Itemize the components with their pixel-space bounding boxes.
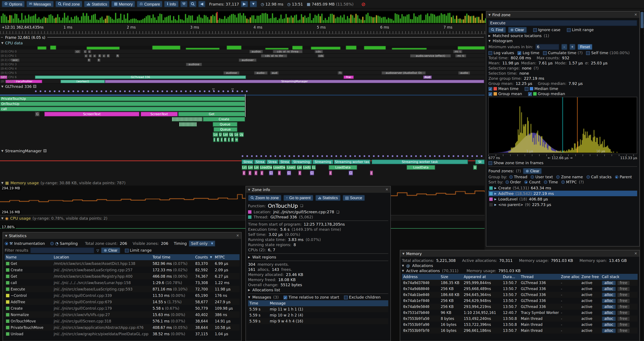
memory-button[interactable]: ▦Memory bbox=[111, 1, 135, 7]
zone-bar[interactable]: Streaming bbox=[291, 160, 312, 164]
message-row[interactable]: 5.59 smip 11 w 1 h 1 (1) bbox=[248, 306, 388, 312]
sample-dot[interactable] bbox=[110, 90, 112, 92]
zone-bar[interactable]: c bbox=[278, 171, 281, 175]
log-values-checkbox[interactable]: Log values bbox=[488, 51, 514, 55]
zoom-to-zone-button[interactable]: Zoom to zone bbox=[248, 195, 281, 201]
allocations-tab[interactable]: ▼@Allocations bbox=[402, 264, 638, 268]
zone-bar[interactable]: LodU bbox=[302, 165, 311, 170]
zone-bar[interactable]: Strea bbox=[242, 160, 254, 164]
messages-section[interactable]: ▼Messages(3) ✓Time relative to zone star… bbox=[248, 295, 388, 299]
zone-bar[interactable]: Strea bbox=[266, 160, 278, 164]
filter-icon[interactable]: ▽ bbox=[96, 248, 99, 252]
zone-bar[interactable]: U bbox=[219, 132, 222, 137]
zone-bar[interactable]: St bbox=[475, 160, 484, 164]
cpu-zone-chip[interactable]: c bbox=[89, 54, 92, 58]
memory-usage-plot[interactable]: 294.19 MB 294.16 MB bbox=[0, 186, 484, 215]
zone-bar[interactable]: Strea bbox=[254, 160, 266, 164]
cpu-data-header[interactable]: ▼CPU data bbox=[0, 40, 484, 46]
sample-dot[interactable] bbox=[72, 90, 74, 92]
cpu-zone-chip[interactable]: cds: bbox=[314, 50, 323, 53]
allocation-row[interactable]: 0x7553b9fbf016 bytes296,661,186ns13:50.7… bbox=[402, 327, 638, 333]
sample-dot[interactable] bbox=[382, 155, 384, 157]
stats-row[interactable]: Executejni/../jni/src/claw/base/LuaScrip… bbox=[5, 286, 240, 292]
sample-dot[interactable] bbox=[134, 90, 135, 92]
zone-bar[interactable]: U bbox=[473, 165, 477, 170]
sample-dot[interactable] bbox=[420, 155, 422, 157]
cpu-zone-chip[interactable]: audioserver (AudioOut_D) bbox=[382, 71, 426, 75]
sample-dot[interactable] bbox=[242, 155, 243, 157]
sort-by-radio-time[interactable]: Time bbox=[544, 180, 558, 184]
sample-dot[interactable] bbox=[40, 90, 41, 92]
exclude-children-checkbox[interactable]: Exclude children bbox=[344, 295, 380, 299]
zone-bar[interactable]: LoadDaU bbox=[260, 165, 272, 170]
stats-row[interactable]: Createjni/../jni/src/guif/Control.cpp:17… bbox=[5, 305, 240, 311]
cpu-zone-chip[interactable]: cds_ol_rx_threa bbox=[273, 50, 302, 53]
cpu-zone-chip[interactable]: c bbox=[88, 50, 91, 53]
log-time-checkbox[interactable]: ✓Log time bbox=[518, 51, 539, 55]
sample-dot[interactable] bbox=[44, 90, 46, 92]
mean-time-checkbox[interactable]: ✓Mean time bbox=[488, 87, 518, 91]
zone-bar[interactable]: call bbox=[0, 107, 245, 111]
found-zone-group[interactable]: ▶<no parent>(9)225.73 µs bbox=[488, 202, 637, 207]
zone-bar[interactable]: Ci bbox=[287, 171, 291, 175]
cpu-zone-chip[interactable]: mi_t bbox=[453, 50, 462, 53]
sample-dot[interactable] bbox=[270, 155, 272, 157]
zone-info-titlebar[interactable]: ▼Zone info✕ bbox=[246, 186, 390, 193]
group-by-radio-call-stacks[interactable]: Call stacks bbox=[586, 175, 612, 179]
close-icon[interactable]: ✕ bbox=[236, 234, 239, 238]
cpu-zone-chip[interactable]: mi_ti bbox=[455, 54, 466, 58]
find-zone-titlebar[interactable]: ▼Find zone✕ bbox=[486, 12, 639, 18]
zone-bar[interactable]: Strea bbox=[279, 160, 291, 164]
cpu-plot-header[interactable]: ▼◉CPU usage(y-range: 0.78%, visible data… bbox=[0, 215, 484, 221]
sample-dot[interactable] bbox=[359, 155, 360, 157]
cpu-zone-chip[interactable]: Aud bbox=[423, 76, 432, 79]
sample-dot[interactable] bbox=[166, 90, 168, 92]
allocation-row[interactable]: 0x74a9d68040256 KB295,668,489ns13:50.7GL… bbox=[402, 286, 638, 292]
cpu-zone-chip[interactable]: Ti bbox=[338, 71, 343, 75]
sample-dot[interactable] bbox=[63, 90, 65, 92]
options-button[interactable]: ⚙Options bbox=[2, 1, 25, 7]
message-row[interactable]: 5.59 smip 10 w 2 h 2 (4) bbox=[248, 312, 388, 318]
sample-dot[interactable] bbox=[476, 155, 478, 157]
free-callstack-button[interactable]: free bbox=[617, 292, 630, 297]
zone-bar[interactable]: Ci bbox=[349, 171, 353, 175]
cpu-zone-chip[interactable]: Trac bbox=[344, 76, 354, 79]
zone-bar[interactable]: Up bbox=[239, 132, 244, 137]
ignore-case-checkbox[interactable]: Ignore case bbox=[533, 28, 560, 32]
zone-bar[interactable]: = bbox=[235, 137, 238, 142]
sample-dot[interactable] bbox=[222, 90, 224, 92]
free-callstack-button[interactable]: free bbox=[617, 328, 630, 333]
stats-row[interactable]: Get/mnt/e/claw/src/claw/base/AssetDict.h… bbox=[5, 260, 240, 267]
allocation-row[interactable]: 0x74ab1ef040256 KB294,629,948ns13:50.7GL… bbox=[402, 298, 638, 304]
allocation-row[interactable]: 0x74a9d37040186.35 KB295,999,844ns13:50.… bbox=[402, 280, 638, 286]
stats-row[interactable]: Createjni/../jni/src/claw/base/LuaScript… bbox=[5, 267, 240, 273]
sample-dot[interactable] bbox=[298, 155, 300, 157]
alloc-callstack-button[interactable]: alloc bbox=[602, 292, 616, 297]
sample-dot[interactable] bbox=[401, 155, 403, 157]
memory-plot-header[interactable]: ▼▦Memory usage(y-range: 30.88 KB, visibl… bbox=[0, 180, 484, 186]
sample-dot[interactable] bbox=[448, 155, 450, 157]
stats-row[interactable]: Get/mnt/e/claw/src/claw/base/Registry.hp… bbox=[5, 273, 240, 279]
alloc-callstack-button[interactable]: alloc bbox=[602, 280, 616, 285]
alloc-callstack-button[interactable]: alloc bbox=[602, 286, 616, 291]
show-zone-time-checkbox[interactable]: Show zone time in frames bbox=[488, 161, 544, 165]
compare-button[interactable]: ⚖Compare bbox=[137, 1, 162, 7]
sample-dot[interactable] bbox=[68, 90, 70, 92]
sample-dot[interactable] bbox=[246, 155, 248, 157]
sample-dot[interactable] bbox=[185, 90, 187, 92]
sample-dot[interactable] bbox=[143, 90, 144, 92]
zone-bar[interactable]: c bbox=[329, 171, 332, 175]
sample-dot[interactable] bbox=[124, 90, 126, 92]
statistics-titlebar[interactable]: ▼Statistics✕ bbox=[3, 232, 241, 239]
sample-dot[interactable] bbox=[274, 155, 276, 157]
streaming-track[interactable]: StreaStreaStreaStreaStreamingStreamingSt… bbox=[0, 154, 484, 180]
sample-dot[interactable] bbox=[35, 90, 37, 92]
messages-button[interactable]: ✉Messages bbox=[26, 1, 54, 7]
tools-button[interactable]: ⚒ bbox=[180, 1, 188, 7]
copy-icon[interactable]: ❏ bbox=[300, 204, 303, 208]
sample-dot[interactable] bbox=[119, 90, 121, 92]
sample-dot[interactable] bbox=[284, 155, 286, 157]
zone-bar[interactable]: G bbox=[35, 112, 40, 116]
glthread-track[interactable]: PrivateTouchUpOnTouchUpcallGScreenTextSc… bbox=[0, 89, 484, 148]
zone-bar[interactable] bbox=[172, 117, 202, 122]
